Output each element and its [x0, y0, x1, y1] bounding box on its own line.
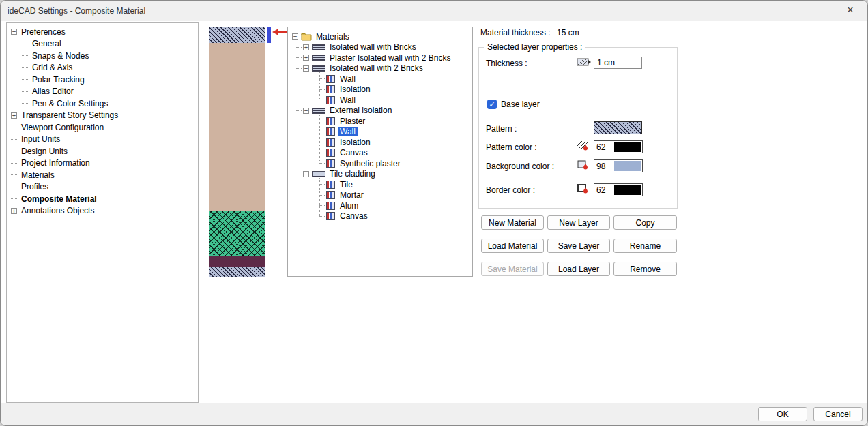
thickness-input[interactable]	[594, 57, 642, 69]
settings-tree-item-profiles[interactable]: Profiles	[7, 181, 198, 194]
tree-connector	[319, 121, 325, 121]
preview-layer-isolation[interactable]	[209, 211, 265, 256]
settings-tree-item-grid-axis[interactable]: Grid & Axis	[7, 62, 198, 74]
material-item[interactable]: + Isolated wall with Bricks	[288, 42, 472, 53]
collapse-icon[interactable]: −	[303, 108, 309, 114]
border-color-control[interactable]	[594, 183, 643, 196]
group-title: Selected layer properties :	[484, 42, 585, 52]
material-item[interactable]: − External isolation	[288, 106, 472, 117]
layer-item[interactable]: Isolation	[288, 137, 472, 148]
tree-item-label: Profiles	[20, 182, 50, 192]
layer-item-selected[interactable]: Wall	[288, 127, 472, 138]
collapse-icon[interactable]: −	[303, 65, 309, 72]
settings-tree-item-snaps-nodes[interactable]: Snaps & Nodes	[7, 50, 198, 62]
expand-icon[interactable]: +	[303, 44, 309, 50]
layer-item[interactable]: Synthetic plaster	[288, 158, 472, 169]
tree-connector	[319, 163, 325, 164]
settings-window: ideCAD Settings - Composite Material ✕ −…	[0, 0, 868, 426]
selected-layer-indicator-bar	[267, 27, 271, 43]
materials-tree-root[interactable]: − Materials	[288, 31, 472, 42]
settings-tree-item-design-units[interactable]: Design Units	[7, 145, 198, 157]
layer-item[interactable]: Wall	[288, 95, 472, 106]
layer-item[interactable]: Wall	[288, 74, 472, 85]
material-item[interactable]: − Tile cladding	[288, 169, 472, 180]
layer-item[interactable]: Canvas	[288, 211, 472, 222]
base-layer-row: ✓ Base layer	[487, 100, 540, 109]
selected-layer-properties-group: Selected layer properties : Thickness : …	[478, 47, 678, 209]
collapse-icon[interactable]: −	[292, 33, 298, 40]
settings-tree-item-transparent-story-settings[interactable]: + Transparent Story Settings	[7, 110, 198, 122]
settings-tree-item-polar-tracking[interactable]: Polar Tracking	[7, 74, 198, 86]
layer-icon	[326, 96, 335, 104]
tree-item-label: Synthetic plaster	[338, 159, 403, 168]
settings-tree-item-input-units[interactable]: Input Units	[7, 134, 198, 146]
ok-button[interactable]: OK	[758, 407, 807, 421]
settings-tree-item-alias-editor[interactable]: Alias Editor	[7, 86, 198, 98]
background-color-swatch[interactable]	[613, 160, 642, 172]
expand-icon[interactable]: +	[303, 55, 309, 61]
tree-item-label: Tile cladding	[328, 169, 377, 179]
pattern-color-swatch[interactable]	[613, 141, 642, 153]
layer-item[interactable]: Tile	[288, 179, 472, 190]
preview-layer-wall[interactable]	[209, 43, 265, 211]
dialog-footer: OK Cancel	[1, 403, 867, 425]
material-preview-strip[interactable]	[209, 27, 265, 277]
tree-connector	[319, 216, 325, 217]
collapse-icon[interactable]: −	[11, 29, 17, 35]
tree-item-label: Viewport Configuration	[20, 123, 105, 132]
border-color-index-input[interactable]	[594, 184, 613, 196]
layer-item[interactable]: Mortar	[288, 190, 472, 201]
base-layer-checkbox[interactable]: ✓	[487, 100, 497, 109]
cancel-button[interactable]: Cancel	[813, 407, 863, 421]
settings-tree-item-general[interactable]: General	[7, 38, 198, 50]
pattern-swatch[interactable]	[594, 121, 642, 134]
layer-icon	[326, 181, 335, 189]
layer-item[interactable]: Isolation	[288, 85, 472, 95]
tree-guide-line	[319, 115, 320, 164]
load-layer-button[interactable]: Load Layer	[547, 262, 610, 276]
preview-layer-plaster[interactable]	[209, 27, 265, 43]
background-color-control[interactable]	[594, 159, 643, 172]
tree-item-label: Preferences	[20, 27, 67, 37]
preview-layer-canvas[interactable]	[209, 256, 265, 267]
tree-connector	[319, 195, 325, 196]
layer-icon	[326, 191, 335, 199]
tree-item-label: Isolation	[338, 85, 373, 94]
tree-item-label: Plaster	[338, 117, 367, 126]
material-thickness-label: Material thickness :	[480, 28, 551, 37]
preview-layer-synthetic-plaster[interactable]	[209, 267, 265, 277]
remove-button[interactable]: Remove	[613, 262, 677, 276]
border-color-swatch[interactable]	[613, 184, 642, 196]
layer-icon	[326, 159, 335, 168]
material-item[interactable]: − Isolated wall with 2 Bricks	[288, 63, 472, 74]
settings-tree-item-preferences[interactable]: − Preferences	[7, 26, 198, 38]
pattern-color-control[interactable]	[594, 140, 643, 153]
settings-tree-item-project-information[interactable]: Project Information	[7, 157, 198, 170]
layer-icon	[326, 75, 335, 83]
settings-tree-item-composite-material[interactable]: Composite Material	[7, 193, 198, 205]
close-icon[interactable]: ✕	[840, 5, 860, 17]
background-color-label: Background color :	[486, 162, 554, 171]
copy-button[interactable]: Copy	[613, 215, 677, 230]
tree-item-label: Isolation	[338, 138, 373, 147]
new-layer-button[interactable]: New Layer	[547, 215, 610, 230]
rename-button[interactable]: Rename	[613, 239, 677, 253]
pattern-color-index-input[interactable]	[594, 141, 613, 153]
material-icon	[312, 171, 326, 177]
layer-item[interactable]: Canvas	[288, 148, 472, 159]
settings-tree-item-pen-color-settings[interactable]: Pen & Color Settings	[7, 97, 198, 110]
background-color-index-input[interactable]	[594, 160, 613, 172]
load-material-button[interactable]: Load Material	[481, 239, 544, 253]
material-item[interactable]: + Plaster Isolated wall with 2 Bricks	[288, 52, 472, 63]
collapse-icon[interactable]: −	[303, 171, 309, 177]
tree-item-label: Annotations Objects	[20, 206, 96, 215]
settings-tree: − Preferences General Snaps & Nodes Grid…	[7, 23, 198, 217]
new-material-button[interactable]: New Material	[481, 215, 544, 230]
tree-item-label: Input Units	[20, 134, 61, 144]
settings-tree-item-viewport-configuration[interactable]: Viewport Configuration	[7, 121, 198, 134]
save-layer-button[interactable]: Save Layer	[547, 239, 610, 253]
settings-tree-item-annotations-objects[interactable]: + Annotations Objects	[7, 205, 198, 217]
layer-item[interactable]: Alum	[288, 200, 472, 211]
settings-tree-item-materials[interactable]: Materials	[7, 169, 198, 181]
layer-item[interactable]: Plaster	[288, 116, 472, 127]
